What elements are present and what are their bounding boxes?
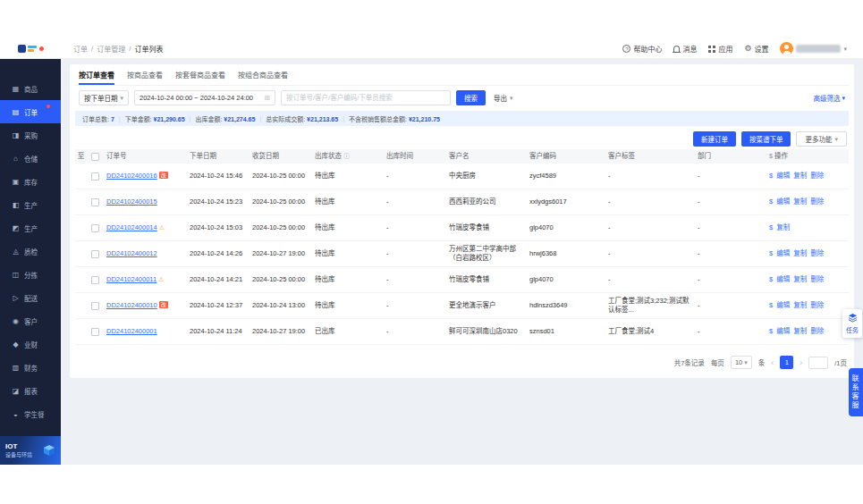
- checkbox[interactable]: [91, 328, 99, 336]
- settings-button[interactable]: ⚙ 设置: [744, 44, 768, 54]
- col-out-status[interactable]: 出库状态ⓘ: [311, 150, 383, 163]
- row-checkbox-cell[interactable]: [87, 276, 103, 284]
- price-icon[interactable]: $: [769, 275, 773, 284]
- row-action-link[interactable]: 删除: [810, 301, 824, 310]
- sidebar-item-student-meals[interactable]: ◒学生餐: [0, 402, 61, 425]
- view-tab[interactable]: 按套餐商品查看: [175, 64, 225, 85]
- col-order-no[interactable]: 订单号: [103, 150, 186, 163]
- row-checkbox-cell[interactable]: [87, 328, 103, 336]
- row-checkbox-cell[interactable]: [87, 302, 103, 310]
- order-by-menu-button[interactable]: 按菜谱下单: [741, 131, 791, 147]
- view-tab[interactable]: 按订单查看: [79, 64, 114, 85]
- sidebar-item-production[interactable]: ◧生产: [0, 193, 61, 216]
- row-action-link[interactable]: 复制: [793, 301, 807, 310]
- row-action-link[interactable]: 复制: [793, 172, 807, 181]
- sidebar-item-production-2[interactable]: ◩生产: [0, 216, 61, 239]
- view-tab[interactable]: 按组合商品查看: [238, 64, 288, 85]
- order-no-link[interactable]: DD24102400010: [106, 301, 157, 309]
- price-icon[interactable]: $: [769, 223, 773, 232]
- prev-page-button[interactable]: ‹: [771, 358, 774, 367]
- sidebar-item-delivery[interactable]: ▷配送: [0, 286, 61, 309]
- order-no-link[interactable]: DD24102400014: [106, 223, 157, 231]
- user-menu[interactable]: ▾: [780, 42, 847, 55]
- row-action-link[interactable]: 编辑: [776, 327, 790, 336]
- search-input[interactable]: [281, 90, 451, 105]
- select-all-checkbox[interactable]: [87, 153, 103, 161]
- checkbox[interactable]: [91, 198, 99, 206]
- sidebar-item-sorting[interactable]: ◫分拣: [0, 263, 61, 286]
- row-checkbox-cell[interactable]: [87, 172, 103, 181]
- new-order-button[interactable]: 新建订单: [693, 131, 736, 147]
- row-action-link[interactable]: 复制: [776, 223, 790, 232]
- view-tab[interactable]: 按商品查看: [127, 64, 163, 85]
- sidebar-item-finance[interactable]: ▥财务: [0, 356, 61, 379]
- price-icon[interactable]: $: [769, 301, 773, 310]
- row-action-link[interactable]: 删除: [810, 197, 824, 206]
- col-out-time[interactable]: 出库时间: [383, 150, 445, 163]
- col-order-date[interactable]: 下单日期: [186, 150, 249, 163]
- row-action-link[interactable]: 复制: [793, 275, 807, 284]
- search-button[interactable]: 搜索: [456, 90, 486, 105]
- row-action-link[interactable]: 编辑: [776, 197, 790, 206]
- row-action-link[interactable]: 编辑: [776, 172, 790, 181]
- checkbox[interactable]: [91, 276, 99, 284]
- iot-banner[interactable]: IOT 设备与环境: [0, 436, 61, 465]
- price-icon[interactable]: $: [769, 327, 773, 336]
- col-customer-code[interactable]: 客户编码: [526, 150, 605, 163]
- date-type-select[interactable]: 按下单日期 ▾: [79, 90, 129, 105]
- sidebar-item-quality[interactable]: ◬质检: [0, 239, 61, 263]
- checkbox[interactable]: [91, 153, 99, 161]
- col-dept[interactable]: 部门: [694, 150, 766, 163]
- row-action-link[interactable]: 删除: [810, 172, 824, 181]
- order-no-link[interactable]: DD24102400001: [106, 327, 157, 335]
- row-action-link[interactable]: 复制: [793, 327, 807, 336]
- checkbox[interactable]: [91, 172, 99, 181]
- price-icon[interactable]: $: [769, 197, 773, 206]
- help-center-button[interactable]: ? 帮助中心: [622, 44, 662, 54]
- page-jump-input[interactable]: [808, 357, 828, 369]
- column-settings-icon[interactable]: $: [769, 153, 773, 159]
- more-functions-button[interactable]: 更多功能 ▾: [796, 131, 847, 147]
- row-checkbox-cell[interactable]: [87, 224, 103, 232]
- checkbox[interactable]: [91, 302, 99, 310]
- next-page-button[interactable]: ›: [800, 358, 802, 367]
- row-action-link[interactable]: 复制: [793, 249, 807, 258]
- row-action-link[interactable]: 编辑: [776, 249, 790, 258]
- customer-service-button[interactable]: 联系客服: [849, 368, 863, 416]
- breadcrumb-item[interactable]: 订单: [73, 44, 88, 54]
- advanced-filter-link[interactable]: 高级筛选 ▾: [813, 93, 845, 103]
- row-action-link[interactable]: 删除: [810, 249, 824, 258]
- order-no-link[interactable]: DD24102400015: [106, 197, 157, 206]
- price-icon[interactable]: $: [769, 172, 773, 181]
- sidebar-item-warehouse[interactable]: ⌂仓储: [0, 147, 61, 170]
- row-action-link[interactable]: 删除: [810, 327, 824, 336]
- order-no-link[interactable]: DD24102400012: [106, 249, 157, 257]
- messages-button[interactable]: 消息: [673, 44, 697, 54]
- date-range-input[interactable]: 2024-10-24 00:00 ~ 2024-10-24 24:00 ⊞: [134, 90, 275, 105]
- expand-all-header[interactable]: 至: [75, 152, 87, 161]
- sidebar-item-goods[interactable]: ▦商品: [0, 77, 61, 100]
- col-customer[interactable]: 客户名: [445, 150, 526, 163]
- breadcrumb-item[interactable]: 订单管理: [97, 44, 125, 54]
- sidebar-item-reports[interactable]: ◪报表: [0, 379, 61, 402]
- info-icon[interactable]: ⓘ: [343, 153, 350, 159]
- current-page[interactable]: 1: [780, 356, 793, 369]
- checkbox[interactable]: [91, 250, 99, 258]
- sidebar-item-orders[interactable]: ▤订单: [0, 100, 61, 123]
- row-action-link[interactable]: 删除: [810, 275, 824, 284]
- order-no-link[interactable]: DD24102400011: [106, 275, 157, 283]
- checkbox[interactable]: [91, 224, 99, 232]
- row-action-link[interactable]: 复制: [793, 197, 807, 206]
- col-receive-date[interactable]: 收货日期: [249, 150, 311, 163]
- sidebar-item-customers[interactable]: ◉客户: [0, 309, 61, 332]
- export-button[interactable]: 导出 ▾: [491, 90, 516, 105]
- col-customer-tag[interactable]: 客户标签: [605, 150, 694, 163]
- row-checkbox-cell[interactable]: [87, 250, 103, 258]
- task-widget[interactable]: 任务: [842, 309, 862, 338]
- apps-button[interactable]: 应用: [708, 44, 732, 54]
- row-action-link[interactable]: 编辑: [776, 301, 790, 310]
- sidebar-item-business-finance[interactable]: ◆业财: [0, 332, 61, 356]
- row-action-link[interactable]: 编辑: [776, 275, 790, 284]
- row-checkbox-cell[interactable]: [87, 198, 103, 206]
- order-no-link[interactable]: DD24102400016: [106, 172, 157, 180]
